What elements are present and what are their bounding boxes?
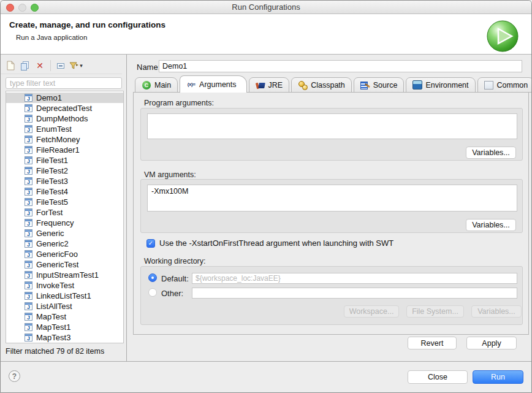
jre-tab-icon bbox=[256, 81, 265, 90]
list-item-partial[interactable] bbox=[6, 343, 123, 343]
header-banner: Create, manage, and run configurations R… bbox=[1, 14, 531, 55]
list-item-label: FileTest1 bbox=[36, 156, 68, 165]
list-item[interactable]: DumpMethods bbox=[6, 113, 123, 124]
list-item-label: Frequency bbox=[36, 218, 74, 227]
list-item[interactable]: FetchMoney bbox=[6, 134, 123, 145]
collapse-all-icon[interactable] bbox=[54, 59, 69, 72]
vm-arguments-variables-button[interactable]: Variables... bbox=[466, 219, 516, 231]
tab-label: JRE bbox=[268, 81, 283, 90]
java-application-icon bbox=[25, 323, 32, 331]
list-item[interactable]: Demo1 bbox=[6, 93, 123, 103]
run-button[interactable]: Run bbox=[473, 370, 523, 384]
list-item-label: MapTest1 bbox=[36, 322, 70, 332]
tab-main[interactable]: Main bbox=[135, 77, 178, 93]
java-application-icon bbox=[25, 240, 32, 248]
java-application-icon bbox=[25, 229, 32, 237]
filter-input[interactable] bbox=[6, 77, 122, 89]
help-icon[interactable]: ? bbox=[9, 370, 20, 382]
program-arguments-textarea[interactable] bbox=[147, 113, 517, 139]
xstart-on-first-thread-label: Use the -XstartOnFirstThread argument wh… bbox=[159, 238, 393, 248]
list-item[interactable]: FileTest2 bbox=[6, 166, 123, 176]
list-item[interactable]: Frequency bbox=[6, 218, 123, 228]
java-application-icon bbox=[25, 219, 32, 227]
list-item[interactable]: InputStreamTest1 bbox=[6, 270, 123, 280]
list-item-label: DeprecatedTest bbox=[36, 104, 92, 113]
vm-arguments-label: VM arguments: bbox=[144, 170, 196, 179]
list-item[interactable]: DeprecatedTest bbox=[6, 103, 123, 113]
dialog-button-bar: ? Close Run bbox=[1, 361, 531, 393]
window-title: Run Configurations bbox=[1, 2, 531, 12]
java-application-icon bbox=[25, 313, 32, 321]
list-item-label: Generic2 bbox=[36, 239, 69, 248]
duplicate-configuration-icon[interactable] bbox=[18, 59, 32, 72]
list-item[interactable]: FileTest4 bbox=[6, 186, 123, 197]
toolbar-separator bbox=[50, 60, 51, 71]
tab-jre[interactable]: JRE bbox=[249, 77, 290, 93]
java-application-icon bbox=[25, 104, 32, 112]
tab-environment[interactable]: Environment bbox=[406, 77, 475, 93]
list-item[interactable]: MapTest3 bbox=[6, 332, 123, 343]
filter-status-text: Filter matched 79 of 82 items bbox=[6, 347, 104, 356]
program-arguments-label: Program arguments: bbox=[144, 99, 214, 107]
xstart-on-first-thread-checkbox[interactable]: ✓ bbox=[146, 239, 155, 248]
list-item-label: FileTest2 bbox=[36, 166, 68, 175]
list-item[interactable]: LinkedListTest1 bbox=[6, 291, 123, 301]
list-item[interactable]: FileReader1 bbox=[6, 145, 123, 155]
new-configuration-icon[interactable] bbox=[3, 59, 18, 72]
java-application-icon bbox=[25, 198, 32, 206]
list-item[interactable]: MapTest1 bbox=[6, 322, 123, 332]
environment-tab-icon bbox=[412, 81, 422, 90]
java-application-icon bbox=[25, 334, 32, 341]
list-item[interactable]: FileTest3 bbox=[6, 176, 123, 186]
list-item[interactable]: Generic bbox=[6, 228, 123, 238]
list-item[interactable]: EnumTest bbox=[6, 124, 123, 134]
list-item[interactable]: GenericTest bbox=[6, 259, 123, 270]
list-item-label: MapTest3 bbox=[36, 333, 70, 342]
java-application-icon bbox=[25, 167, 32, 175]
configuration-editor: Name: MainArgumentsJREClasspathSourceEnv… bbox=[127, 55, 532, 361]
tab-classpath[interactable]: Classpath bbox=[291, 77, 352, 93]
name-input[interactable] bbox=[159, 60, 522, 72]
sidebar-toolbar: ✕ ▾ bbox=[3, 58, 124, 73]
java-application-icon bbox=[25, 125, 32, 133]
working-dir-other-input[interactable] bbox=[192, 288, 517, 299]
run-wizard-icon bbox=[486, 20, 519, 53]
list-item-label: EnumTest bbox=[36, 124, 72, 134]
dialog-body: ✕ ▾ Demo1DeprecatedT bbox=[1, 55, 531, 361]
list-item[interactable]: ForTest bbox=[6, 207, 123, 218]
apply-button[interactable]: Apply bbox=[466, 337, 517, 349]
revert-button[interactable]: Revert bbox=[408, 337, 457, 349]
filter-configurations-icon[interactable]: ▾ bbox=[69, 59, 83, 72]
working-dir-other-radio[interactable] bbox=[148, 288, 157, 297]
java-application-icon bbox=[25, 146, 32, 154]
list-item[interactable]: InvokeTest bbox=[6, 280, 123, 291]
tab-source[interactable]: Source bbox=[354, 77, 405, 93]
working-dir-default-radio[interactable] bbox=[148, 273, 157, 282]
list-item[interactable]: Generic2 bbox=[6, 238, 123, 249]
filter-dropdown-caret: ▾ bbox=[80, 63, 83, 69]
working-dir-default-input[interactable] bbox=[192, 273, 517, 284]
list-item-label: ForTest bbox=[36, 208, 63, 217]
java-application-icon bbox=[25, 281, 32, 289]
classpath-tab-icon bbox=[298, 81, 308, 90]
list-item[interactable]: FileTest1 bbox=[6, 155, 123, 166]
delete-configuration-icon[interactable]: ✕ bbox=[32, 59, 47, 72]
list-item[interactable]: FileTest5 bbox=[6, 197, 123, 207]
list-item-label: MapTest bbox=[36, 312, 66, 321]
list-item-label: ListAllTest bbox=[36, 302, 72, 311]
list-item[interactable]: MapTest bbox=[6, 311, 123, 322]
program-arguments-variables-button[interactable]: Variables... bbox=[466, 147, 516, 159]
toolbar-divider bbox=[1, 74, 122, 74]
close-button[interactable]: Close bbox=[408, 370, 468, 384]
vm-arguments-textarea[interactable]: -Xmx100M bbox=[147, 185, 517, 212]
list-item[interactable]: ListAllTest bbox=[6, 301, 123, 311]
list-item-label: FileReader1 bbox=[36, 145, 80, 155]
working-dir-variables-button: Variables... bbox=[471, 305, 522, 318]
configurations-list[interactable]: Demo1DeprecatedTestDumpMethodsEnumTestFe… bbox=[6, 91, 124, 343]
list-item[interactable]: GenericFoo bbox=[6, 249, 123, 259]
list-item-label: Demo1 bbox=[36, 93, 62, 102]
working-directory-group: Default: Other: Workspace...File System.… bbox=[140, 266, 523, 325]
tab-common[interactable]: Common bbox=[477, 77, 532, 93]
run-configurations-dialog: Run Configurations Create, manage, and r… bbox=[0, 0, 532, 393]
tab-arguments[interactable]: Arguments bbox=[180, 75, 246, 93]
